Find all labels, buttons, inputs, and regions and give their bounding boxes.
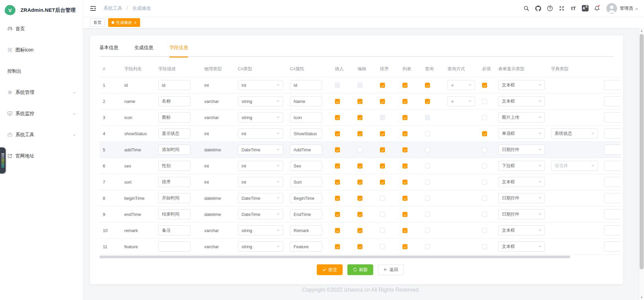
fullscreen-icon[interactable]: [558, 5, 565, 12]
user-name[interactable]: 管理员: [620, 5, 633, 11]
insert-checkbox[interactable]: [335, 212, 340, 217]
sort-checkbox[interactable]: [380, 196, 385, 201]
display-type-select[interactable]: 文本框: [498, 96, 545, 106]
sidebar-item-官网地址[interactable]: 官网地址: [0, 145, 83, 166]
back-button[interactable]: 返回: [378, 264, 404, 275]
list-checkbox[interactable]: [402, 163, 407, 168]
query-checkbox[interactable]: [425, 180, 430, 185]
csharp-type-select[interactable]: int: [238, 161, 283, 171]
overflow-column-input[interactable]: [604, 241, 621, 252]
sidebar-item-系统工具[interactable]: 系统工具: [0, 124, 83, 145]
field-description-input[interactable]: [158, 193, 190, 203]
required-checkbox[interactable]: [482, 131, 487, 136]
list-checkbox[interactable]: [402, 83, 407, 88]
bell-icon[interactable]: [594, 5, 600, 12]
csharp-type-select[interactable]: string: [238, 225, 283, 235]
edit-checkbox[interactable]: [357, 244, 362, 249]
sidebar-fold-icon[interactable]: [89, 5, 97, 12]
sort-checkbox[interactable]: [380, 244, 385, 249]
required-checkbox[interactable]: [482, 244, 487, 249]
tag-close-icon[interactable]: ×: [134, 21, 137, 25]
query-checkbox[interactable]: [425, 147, 430, 152]
list-checkbox[interactable]: [402, 244, 407, 249]
tab-字段信息[interactable]: 字段信息: [169, 43, 188, 57]
refresh-button[interactable]: 刷新: [347, 264, 373, 275]
csharp-property-input[interactable]: [290, 96, 322, 106]
insert-checkbox[interactable]: [335, 196, 340, 201]
display-type-select[interactable]: 日期控件: [498, 209, 545, 219]
required-checkbox[interactable]: [482, 99, 487, 104]
edit-checkbox[interactable]: [357, 163, 362, 168]
sidebar-item-系统监控[interactable]: 系统监控: [0, 103, 83, 124]
overflow-column-input[interactable]: [604, 145, 621, 155]
tab-基本信息[interactable]: 基本信息: [99, 43, 118, 57]
insert-checkbox[interactable]: [335, 228, 340, 233]
edit-checkbox[interactable]: [357, 212, 362, 217]
display-type-select[interactable]: 下拉框: [498, 161, 545, 171]
field-description-input[interactable]: [158, 161, 190, 171]
csharp-property-input[interactable]: [290, 112, 322, 122]
tag-首页[interactable]: 首页: [90, 18, 105, 27]
query-type-select[interactable]: =: [447, 96, 475, 106]
csharp-type-select[interactable]: DateTime: [238, 193, 283, 203]
insert-checkbox[interactable]: [335, 131, 340, 136]
csharp-property-input[interactable]: [290, 80, 322, 90]
query-checkbox[interactable]: [425, 212, 430, 217]
sort-checkbox[interactable]: [380, 147, 385, 152]
csharp-type-select[interactable]: int: [238, 177, 283, 187]
display-type-select[interactable]: 文本框: [498, 225, 545, 235]
csharp-type-select[interactable]: string: [238, 112, 283, 122]
query-checkbox[interactable]: [425, 131, 430, 136]
csharp-type-select[interactable]: int: [238, 80, 283, 90]
insert-checkbox[interactable]: [335, 163, 340, 168]
help-icon[interactable]: [547, 5, 553, 12]
query-checkbox[interactable]: [425, 196, 430, 201]
required-checkbox[interactable]: [482, 196, 487, 201]
overflow-column-input[interactable]: [604, 177, 621, 187]
translate-icon[interactable]: A文: [582, 5, 589, 12]
csharp-type-select[interactable]: string: [238, 241, 283, 252]
overflow-column-input[interactable]: [604, 112, 621, 122]
insert-checkbox[interactable]: [335, 147, 340, 152]
display-type-select[interactable]: 图片上传: [498, 112, 545, 122]
field-description-input[interactable]: [158, 241, 190, 252]
breadcrumb-item[interactable]: 系统工具: [103, 5, 122, 11]
field-description-input[interactable]: [158, 145, 190, 155]
sort-checkbox[interactable]: [380, 83, 385, 88]
sort-checkbox[interactable]: [380, 228, 385, 233]
sort-checkbox[interactable]: [380, 180, 385, 185]
edit-checkbox[interactable]: [357, 196, 362, 201]
edit-checkbox[interactable]: [357, 228, 362, 233]
field-description-input[interactable]: [158, 209, 190, 219]
sort-checkbox[interactable]: [380, 212, 385, 217]
csharp-property-input[interactable]: [290, 128, 322, 139]
edit-checkbox[interactable]: [357, 147, 362, 152]
dict-type-select[interactable]: 请选择: [551, 161, 598, 171]
insert-checkbox[interactable]: [335, 99, 340, 104]
csharp-type-select[interactable]: string: [238, 96, 283, 106]
overflow-column-input[interactable]: [604, 128, 621, 139]
query-checkbox[interactable]: [425, 99, 430, 104]
search-icon[interactable]: [523, 5, 530, 12]
overflow-column-input[interactable]: [604, 193, 621, 203]
overflow-column-input[interactable]: [604, 80, 621, 90]
horizontal-scrollbar-thumb[interactable]: [99, 256, 570, 258]
user-chevron-down-icon[interactable]: [635, 6, 639, 10]
query-checkbox[interactable]: [425, 83, 430, 88]
sidebar-item-图标icon[interactable]: 图标icon: [0, 39, 83, 61]
query-checkbox[interactable]: [425, 228, 430, 233]
insert-checkbox[interactable]: [335, 244, 340, 249]
csharp-type-select[interactable]: DateTime: [238, 209, 283, 219]
csharp-property-input[interactable]: [290, 209, 322, 219]
overflow-column-input[interactable]: [604, 225, 621, 235]
required-checkbox[interactable]: [482, 228, 487, 233]
app-logo[interactable]: V ZRAdmin.NET后台管理: [0, 0, 83, 15]
overflow-column-input[interactable]: [604, 209, 621, 219]
insert-checkbox[interactable]: [335, 180, 340, 185]
overflow-column-input[interactable]: [604, 161, 621, 171]
csharp-type-select[interactable]: DateTime: [238, 145, 283, 155]
field-description-input[interactable]: [158, 177, 190, 187]
insert-checkbox[interactable]: [335, 115, 340, 120]
query-type-select[interactable]: =: [447, 80, 475, 90]
edit-checkbox[interactable]: [357, 180, 362, 185]
